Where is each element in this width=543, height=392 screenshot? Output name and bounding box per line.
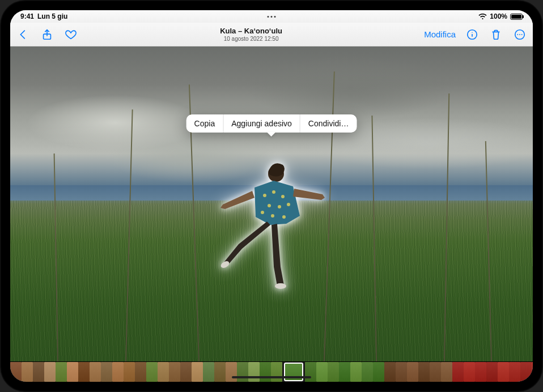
thumbnail[interactable] xyxy=(203,362,214,382)
thumbnail[interactable] xyxy=(248,362,260,382)
thumbnail[interactable] xyxy=(67,362,78,382)
photo-horizon xyxy=(10,185,533,201)
thumbnail[interactable] xyxy=(33,362,44,382)
thumbnail[interactable] xyxy=(339,362,350,382)
thumbnail[interactable] xyxy=(260,362,271,382)
thumbnail[interactable] xyxy=(169,362,180,382)
thumbnail[interactable] xyxy=(226,362,237,382)
thumbnail[interactable] xyxy=(112,362,124,382)
thumbnail[interactable] xyxy=(498,362,509,382)
thumbnail[interactable] xyxy=(22,362,33,382)
status-date: Lun 5 giu xyxy=(37,12,67,20)
thumbnail[interactable] xyxy=(475,362,486,382)
thumbnail[interactable] xyxy=(418,362,430,382)
status-time: 9:41 xyxy=(20,12,34,20)
battery-icon xyxy=(510,14,523,20)
more-button[interactable] xyxy=(512,27,527,42)
nav-bar: Kula – Ka‘ono‘ulu 10 agosto 2022 12:50 M… xyxy=(10,23,533,46)
thumbnail[interactable] xyxy=(407,362,418,382)
info-button[interactable] xyxy=(465,27,480,42)
photo-title: Kula – Ka‘ono‘ulu xyxy=(78,27,424,35)
thumbnail[interactable] xyxy=(124,362,135,382)
delete-button[interactable] xyxy=(489,27,503,42)
thumbnail[interactable] xyxy=(237,362,248,382)
context-copy[interactable]: Copia xyxy=(186,114,223,133)
thumbnail[interactable] xyxy=(284,363,303,381)
thumbnail[interactable] xyxy=(10,362,22,382)
thumbnail[interactable] xyxy=(396,362,407,382)
thumbnail[interactable] xyxy=(44,362,56,382)
thumbnail[interactable] xyxy=(373,362,384,382)
thumbnail[interactable] xyxy=(271,362,282,382)
thumbnail[interactable] xyxy=(56,362,67,382)
home-indicator[interactable] xyxy=(232,376,311,378)
thumbnail[interactable] xyxy=(362,362,373,382)
thumbnail[interactable] xyxy=(384,362,396,382)
photo-grass xyxy=(10,201,533,361)
status-bar: 9:41 Lun 5 giu 100% xyxy=(10,10,533,23)
svg-point-7 xyxy=(521,34,523,35)
thumbnail[interactable] xyxy=(328,362,339,382)
thumbnail[interactable] xyxy=(214,362,226,382)
photo-viewer[interactable]: Copia Aggiungi adesivo Condividi… xyxy=(10,46,533,361)
favorite-button[interactable] xyxy=(63,27,78,42)
context-menu: Copia Aggiungi adesivo Condividi… xyxy=(186,114,357,133)
thumbnail[interactable] xyxy=(158,362,169,382)
thumbnail[interactable] xyxy=(350,362,362,382)
share-button[interactable] xyxy=(40,27,54,42)
svg-point-6 xyxy=(519,34,520,35)
thumbnail[interactable] xyxy=(90,362,101,382)
thumbnail[interactable] xyxy=(135,362,146,382)
thumbnail[interactable] xyxy=(146,362,158,382)
back-button[interactable] xyxy=(16,27,31,42)
thumbnail[interactable] xyxy=(464,362,475,382)
thumbnail[interactable] xyxy=(532,362,533,382)
context-share[interactable]: Condividi… xyxy=(300,114,357,133)
thumbnail[interactable] xyxy=(78,362,90,382)
thumbnail[interactable] xyxy=(441,362,452,382)
context-add-sticker[interactable]: Aggiungi adesivo xyxy=(223,114,300,133)
thumbnail[interactable] xyxy=(520,362,532,382)
photo-datetime: 10 agosto 2022 12:50 xyxy=(78,36,424,42)
thumbnail[interactable] xyxy=(430,362,441,382)
ipad-frame: 9:41 Lun 5 giu 100% xyxy=(0,0,543,392)
thumbnail[interactable] xyxy=(486,362,498,382)
svg-point-3 xyxy=(472,32,472,32)
thumbnail[interactable] xyxy=(192,362,203,382)
edit-button[interactable]: Modifica xyxy=(424,29,456,39)
thumbnail[interactable] xyxy=(452,362,464,382)
battery-pct: 100% xyxy=(490,12,507,20)
thumbnail-strip[interactable] xyxy=(10,361,533,382)
thumbnail[interactable] xyxy=(509,362,520,382)
svg-point-5 xyxy=(517,34,518,35)
multitask-dots[interactable] xyxy=(268,16,276,18)
thumbnail[interactable] xyxy=(180,362,192,382)
screen: 9:41 Lun 5 giu 100% xyxy=(10,10,533,382)
thumbnail[interactable] xyxy=(101,362,112,382)
thumbnail[interactable] xyxy=(305,362,316,382)
wifi-icon xyxy=(478,14,487,20)
thumbnail[interactable] xyxy=(316,362,328,382)
